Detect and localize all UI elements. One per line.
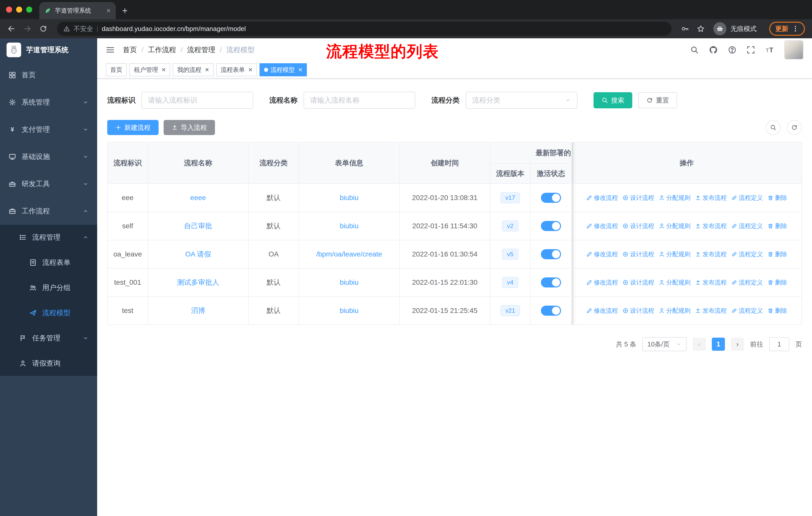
import-process-button[interactable]: 导入流程 xyxy=(164,120,215,135)
modify-process-action-link[interactable]: 修改流程 xyxy=(586,194,618,202)
delete-action-link[interactable]: 删除 xyxy=(767,307,787,315)
minimize-window-button[interactable] xyxy=(16,6,22,12)
close-icon[interactable]: × xyxy=(205,66,209,73)
reset-button[interactable]: 重置 xyxy=(638,92,677,108)
form-info-link[interactable]: /bpm/oa/leave/create xyxy=(316,250,382,258)
next-page-button[interactable]: › xyxy=(731,337,744,351)
help-icon[interactable] xyxy=(728,46,736,54)
delete-action-link[interactable]: 删除 xyxy=(767,250,787,258)
sidebar-item-system-manage[interactable]: 系统管理 xyxy=(0,89,97,116)
process-id-input[interactable] xyxy=(141,92,253,109)
tab-tag-process-form[interactable]: 流程表单× xyxy=(216,63,257,76)
publish-process-action-link[interactable]: 发布流程 xyxy=(695,307,727,315)
breadcrumb-item[interactable]: 工作流程 xyxy=(148,45,176,55)
process-name-link[interactable]: 自己审批 xyxy=(184,222,212,230)
form-info-link[interactable]: biubiu xyxy=(340,278,359,286)
breadcrumb-item[interactable]: 流程管理 xyxy=(187,45,215,55)
sidebar-item-infrastructure[interactable]: 基础设施 xyxy=(0,143,97,170)
close-icon[interactable]: × xyxy=(249,66,253,73)
close-window-button[interactable] xyxy=(6,6,12,12)
page-size-select[interactable]: 10条/页 xyxy=(642,337,687,351)
design-process-action-link[interactable]: 设计流程 xyxy=(622,250,654,258)
sidebar-item-payment-manage[interactable]: ¥支付管理 xyxy=(0,116,97,143)
design-process-action-link[interactable]: 设计流程 xyxy=(622,278,654,287)
process-definition-action-link[interactable]: 流程定义 xyxy=(731,278,763,287)
collapse-sidebar-button[interactable] xyxy=(106,45,115,54)
refresh-table-button[interactable] xyxy=(787,120,802,135)
prev-page-button[interactable]: ‹ xyxy=(693,337,706,351)
assign-rule-action-link[interactable]: 分配规则 xyxy=(659,278,690,287)
header-search-icon[interactable] xyxy=(690,46,699,54)
new-tab-button[interactable]: + xyxy=(118,3,132,18)
browser-tab[interactable]: 芋道管理系统 × xyxy=(39,2,116,19)
modify-process-action-link[interactable]: 修改流程 xyxy=(586,278,618,287)
form-info-link[interactable]: biubiu xyxy=(340,307,359,315)
process-definition-action-link[interactable]: 流程定义 xyxy=(731,222,763,230)
user-avatar[interactable] xyxy=(784,40,804,59)
sidebar-item-dev-tools[interactable]: 研发工具 xyxy=(0,170,97,197)
sidebar-item-process-manage[interactable]: 流程管理 xyxy=(0,225,97,250)
font-size-icon[interactable]: TT xyxy=(765,45,774,54)
sidebar-item-workflow[interactable]: 工作流程 xyxy=(0,197,97,225)
address-bar[interactable]: 不安全 | dashboard.yudao.iocoder.cn/bpm/man… xyxy=(57,22,671,36)
forward-button[interactable] xyxy=(23,24,32,33)
active-toggle[interactable] xyxy=(541,306,561,316)
page-1-button[interactable]: 1 xyxy=(712,337,725,351)
active-toggle[interactable] xyxy=(541,277,561,288)
delete-action-link[interactable]: 删除 xyxy=(767,278,787,287)
assign-rule-action-link[interactable]: 分配规则 xyxy=(659,222,690,230)
process-name-input[interactable] xyxy=(303,92,415,109)
process-definition-action-link[interactable]: 流程定义 xyxy=(731,250,763,258)
tab-tag-tenant-manage[interactable]: 租户管理× xyxy=(129,63,170,76)
tab-tag-process-model[interactable]: 流程模型× xyxy=(260,63,307,76)
process-definition-action-link[interactable]: 流程定义 xyxy=(731,194,763,202)
process-name-link[interactable]: eeee xyxy=(190,194,206,201)
zoom-window-button[interactable] xyxy=(26,6,32,12)
sidebar-item-user-group[interactable]: 用户分组 xyxy=(0,275,97,300)
create-process-button[interactable]: 新建流程 xyxy=(107,120,158,135)
form-info-link[interactable]: biubiu xyxy=(340,222,359,230)
assign-rule-action-link[interactable]: 分配规则 xyxy=(659,307,690,315)
bookmark-star-icon[interactable] xyxy=(697,25,705,33)
breadcrumb-item[interactable]: 首页 xyxy=(123,45,137,55)
modify-process-action-link[interactable]: 修改流程 xyxy=(586,250,618,258)
back-button[interactable] xyxy=(7,24,16,33)
reload-button[interactable] xyxy=(39,25,47,33)
process-definition-action-link[interactable]: 流程定义 xyxy=(731,307,763,315)
design-process-action-link[interactable]: 设计流程 xyxy=(622,194,654,202)
goto-page-input[interactable] xyxy=(769,337,789,351)
tab-tag-home[interactable]: 首页 xyxy=(106,63,127,76)
assign-rule-action-link[interactable]: 分配规则 xyxy=(659,250,690,258)
close-icon[interactable]: × xyxy=(298,66,302,73)
sidebar-item-task-manage[interactable]: 任务管理 xyxy=(0,326,97,351)
fullscreen-icon[interactable] xyxy=(747,46,755,54)
sidebar-item-process-model[interactable]: 流程模型 xyxy=(0,300,97,326)
active-toggle[interactable] xyxy=(541,249,561,259)
process-name-link[interactable]: 测试多审批人 xyxy=(177,278,219,286)
modify-process-action-link[interactable]: 修改流程 xyxy=(586,307,618,315)
sidebar-item-leave-query[interactable]: 请假查询 xyxy=(0,351,97,376)
sidebar-item-process-form[interactable]: 流程表单 xyxy=(0,250,97,275)
assign-rule-action-link[interactable]: 分配规则 xyxy=(659,194,690,202)
update-button[interactable]: 更新 xyxy=(769,22,805,36)
sidebar-item-home[interactable]: 首页 xyxy=(0,61,97,89)
search-button[interactable]: 搜索 xyxy=(593,92,632,108)
delete-action-link[interactable]: 删除 xyxy=(767,222,787,230)
security-label[interactable]: 不安全 xyxy=(74,24,93,33)
active-toggle[interactable] xyxy=(541,193,561,203)
process-name-link[interactable]: 滔博 xyxy=(191,307,205,315)
publish-process-action-link[interactable]: 发布流程 xyxy=(695,278,727,287)
process-category-select[interactable]: 流程分类 xyxy=(466,92,577,109)
toggle-search-button[interactable] xyxy=(766,120,781,135)
github-icon[interactable] xyxy=(709,45,718,54)
publish-process-action-link[interactable]: 发布流程 xyxy=(695,222,727,230)
kebab-menu-icon[interactable] xyxy=(792,25,799,32)
process-name-link[interactable]: OA 请假 xyxy=(185,250,211,258)
design-process-action-link[interactable]: 设计流程 xyxy=(622,307,654,315)
delete-action-link[interactable]: 删除 xyxy=(767,194,787,202)
form-info-link[interactable]: biubiu xyxy=(340,194,359,201)
password-key-icon[interactable] xyxy=(681,25,689,33)
design-process-action-link[interactable]: 设计流程 xyxy=(622,222,654,230)
publish-process-action-link[interactable]: 发布流程 xyxy=(695,194,727,202)
close-icon[interactable]: × xyxy=(162,66,166,73)
